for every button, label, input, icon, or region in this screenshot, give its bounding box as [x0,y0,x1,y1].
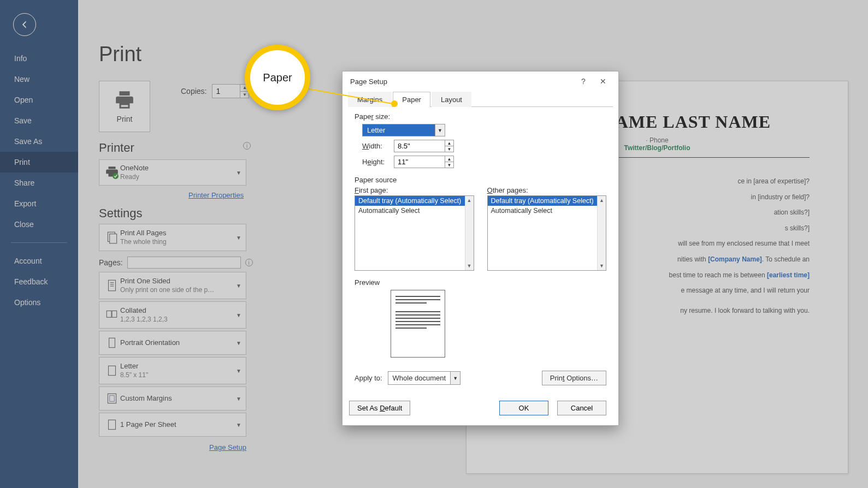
listbox-scrollbar[interactable]: ▲▼ [597,196,606,270]
copies-spinner[interactable]: ▲▼ [212,84,249,98]
back-button[interactable] [13,13,36,36]
print-all-title: Print All Pages [120,229,236,238]
dialog-help-button[interactable]: ? [574,74,593,89]
collated-dropdown[interactable]: Collated1,2,3 1,2,3 1,2,3 ▼ [99,301,246,329]
print-button[interactable]: Print [99,81,150,132]
first-page-opt-0[interactable]: Default tray (Automatically Select) [355,196,474,206]
first-page-listbox[interactable]: Default tray (Automatically Select) Auto… [355,195,474,271]
margins-title: Custom Margins [120,394,236,403]
other-pages-opt-0[interactable]: Default tray (Automatically Select) [488,196,606,206]
pages-input[interactable] [127,257,241,269]
dialog-close-button[interactable]: ✕ [593,74,613,89]
print-button-label: Print [117,115,133,123]
apply-to-value: Whole document [388,372,451,384]
width-down[interactable]: ▼ [445,146,453,152]
chevron-down-icon[interactable]: ▼ [435,124,445,136]
nav-feedback[interactable]: Feedback [0,271,78,292]
page-title: Print [99,43,868,66]
svg-point-0 [113,173,119,179]
one-sided-sub: Only print on one side of the p… [120,286,236,295]
svg-rect-8 [112,311,117,317]
copies-down[interactable]: ▼ [240,92,249,98]
nav-open[interactable]: Open [0,90,78,110]
collated-title: Collated [120,306,236,316]
chevron-down-icon: ▼ [236,340,241,346]
nav-info[interactable]: Info [0,48,78,69]
printer-dropdown[interactable]: OneNoteReady ▼ [99,159,246,186]
copies-input[interactable] [212,85,240,98]
tab-layout[interactable]: Layout [432,92,471,107]
callout-highlight: Paper [245,45,310,110]
height-spinner[interactable]: ▲▼ [394,156,454,168]
print-options-button[interactable]: Print Options… [542,371,606,385]
tab-paper[interactable]: Paper [393,92,430,107]
set-as-default-button[interactable]: Set As Default [349,401,410,415]
nav-share[interactable]: Share [0,172,78,193]
per-sheet-title: 1 Page Per Sheet [120,420,236,430]
nav-new[interactable]: New [0,69,78,90]
height-down[interactable]: ▼ [445,162,453,168]
paper-title: Letter [120,362,236,371]
nav-close[interactable]: Close [0,214,78,235]
apply-to-label: Apply to: [355,374,382,382]
print-all-dropdown[interactable]: Print All PagesThe whole thing ▼ [99,224,246,251]
printer-name: OneNote [120,164,236,173]
one-sided-dropdown[interactable]: Print One SidedOnly print on one side of… [99,272,246,299]
height-up[interactable]: ▲ [445,156,453,162]
page-setup-dialog: Page Setup ? ✕ Margins Paper Layout Pape… [342,71,619,426]
dialog-tabs: Margins Paper Layout [348,91,613,107]
copies-row: Copies: ▲▼ [181,84,249,98]
printer-heading: Printer [99,141,134,155]
height-input[interactable] [394,156,445,168]
svg-rect-2 [110,234,117,243]
apply-to-combo[interactable]: Whole document ▼ [388,371,461,385]
width-up[interactable]: ▲ [445,140,453,146]
svg-rect-9 [109,338,115,347]
nav-account[interactable]: Account [0,251,78,271]
ok-button[interactable]: OK [499,401,548,415]
print-block: Print Copies: ▲▼ [99,81,150,132]
paper-size-combo[interactable]: Letter ▼ [362,124,445,136]
chevron-down-icon: ▼ [236,396,241,402]
first-page-opt-1[interactable]: Automatically Select [355,206,474,216]
chevron-down-icon[interactable]: ▼ [450,372,460,384]
one-sided-title: Print One Sided [120,277,236,286]
paper-icon [105,364,119,378]
preview-heading: Preview [355,278,606,287]
other-pages-listbox[interactable]: Default tray (Automatically Select) Auto… [487,195,607,271]
cancel-button[interactable]: Cancel [557,401,606,415]
printer-info-icon[interactable]: i [243,142,251,150]
paper-size-dropdown[interactable]: Letter8.5" x 11" ▼ [99,357,246,384]
listbox-scrollbar[interactable]: ▲▼ [465,196,474,270]
nav-options[interactable]: Options [0,292,78,313]
collated-icon [105,308,119,322]
width-spinner[interactable]: ▲▼ [394,140,454,152]
chevron-down-icon: ▼ [236,235,241,241]
nav-separator [11,242,67,243]
print-all-sub: The whole thing [120,238,236,247]
chevron-down-icon: ▼ [236,312,241,318]
dialog-body: Paper size: Letter ▼ Width: ▲▼ Height: ▲… [343,107,618,393]
orientation-dropdown[interactable]: Portrait Orientation ▼ [99,331,246,355]
portrait-icon [105,336,119,350]
nav-print[interactable]: Print [0,152,78,172]
width-input[interactable] [394,140,445,152]
dialog-titlebar: Page Setup ? ✕ [343,72,618,91]
nav-save-as[interactable]: Save As [0,131,78,152]
paper-source-heading: Paper source [355,176,606,184]
per-sheet-dropdown[interactable]: 1 Page Per Sheet ▼ [99,413,246,437]
chevron-down-icon: ▼ [236,283,241,289]
nav-save[interactable]: Save [0,110,78,131]
first-page-label: First page: [355,186,474,194]
other-pages-opt-1[interactable]: Automatically Select [488,206,606,216]
nav-export[interactable]: Export [0,193,78,214]
printer-icon [114,90,135,110]
callout-dot [391,100,398,107]
margins-icon [105,391,119,406]
margins-dropdown[interactable]: Custom Margins ▼ [99,386,246,410]
chevron-down-icon: ▼ [236,170,241,176]
dialog-footer: Set As Default OK Cancel [343,393,618,425]
pages-info-icon[interactable]: i [245,259,253,266]
page-setup-link[interactable]: Page Setup [209,443,246,451]
printer-properties-link[interactable]: Printer Properties [188,191,244,199]
